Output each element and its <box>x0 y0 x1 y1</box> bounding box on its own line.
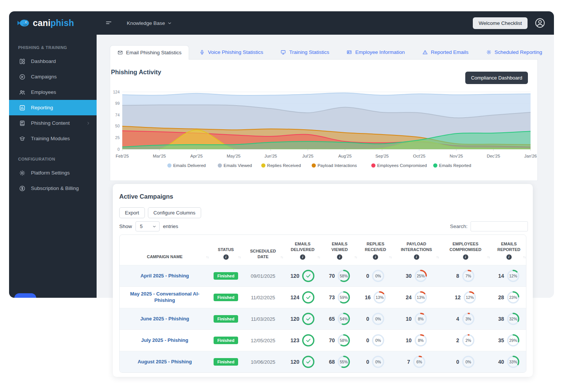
emails-reported-cell: 4033% <box>491 351 526 372</box>
svg-text:124: 124 <box>113 90 120 94</box>
svg-text:7%: 7% <box>465 274 471 278</box>
scheduled-date-cell: 10/06/2025 <box>242 351 284 372</box>
column-header-emails-delivered[interactable]: EMAILS DELIVEREDi↑↓ <box>284 235 321 265</box>
sidebar-item-dashboard[interactable]: Dashboard <box>9 54 97 69</box>
configure-columns-button[interactable]: Configure Columns <box>148 207 201 218</box>
tab-label: Email Phishing Statistics <box>126 50 182 55</box>
percent-ring: 0% <box>372 312 385 325</box>
delivered-check-ring <box>302 270 315 282</box>
svg-text:0%: 0% <box>375 317 381 321</box>
legend-item-payload-interactions[interactable]: Payload Interactions <box>312 163 357 168</box>
svg-text:Nov'25: Nov'25 <box>450 154 463 158</box>
collapse-menu-icon[interactable] <box>105 19 112 27</box>
column-header-employees-compromised[interactable]: EMPLOYEES COMPROMISEDi↑↓ <box>440 235 491 265</box>
tab-scheduled-reporting[interactable]: Scheduled Reporting <box>479 45 549 59</box>
sidebar-item-employees[interactable]: Employees <box>9 84 97 100</box>
status-badge: Finished <box>214 272 238 280</box>
info-icon[interactable]: i <box>373 254 378 260</box>
percent-ring: 13% <box>414 291 427 304</box>
knowledge-base-menu[interactable]: Knowledge Base <box>127 20 172 26</box>
chevron-down-icon <box>152 225 156 228</box>
info-icon[interactable]: i <box>506 254 512 260</box>
sidebar-item-platform-settings[interactable]: Platform Settings <box>9 165 97 181</box>
svg-text:Sep'25: Sep'25 <box>375 154 389 158</box>
tab-employee-information[interactable]: Employee Information <box>339 45 412 59</box>
payload-interactions-cell: 76% <box>393 351 440 372</box>
tab-voice-phishing-statistics[interactable]: Voice Phishing Statistics <box>192 45 270 59</box>
delivered-check-ring <box>302 312 315 325</box>
emails-reported-cell: 3832% <box>491 308 526 329</box>
envelope-icon <box>117 50 123 55</box>
svg-text:8%: 8% <box>418 338 423 343</box>
column-header-replies-received[interactable]: REPLIES RECEIVEDi↑↓ <box>358 235 393 265</box>
status-cell: Finished <box>210 287 242 308</box>
search-control: Search: <box>450 221 528 231</box>
info-icon[interactable]: i <box>414 254 419 260</box>
svg-text:55%: 55% <box>340 360 348 364</box>
tab-training-statistics[interactable]: Training Statistics <box>273 45 336 59</box>
campaign-link[interactable]: June 2025 - Phishing <box>138 316 191 322</box>
info-icon[interactable]: i <box>337 254 342 260</box>
info-icon[interactable]: i <box>223 254 229 260</box>
campaign-link[interactable]: April 2025 - Phishing <box>138 273 191 279</box>
sidebar-item-phishing-content[interactable]: Phishing Content <box>9 115 97 131</box>
table-body: April 2025 - PhishingFinished09/01/20251… <box>120 265 526 372</box>
svg-text:Oct'25: Oct'25 <box>413 154 425 158</box>
monitor-icon <box>280 49 286 55</box>
percent-ring: 0% <box>372 270 385 282</box>
chat-widget-button[interactable] <box>14 293 36 298</box>
sort-icon: ↑↓ <box>487 255 490 259</box>
tab-email-phishing-statistics[interactable]: Email Phishing Statistics <box>110 45 189 59</box>
tab-reported-emails[interactable]: Reported Emails <box>415 45 476 59</box>
user-circle-icon[interactable] <box>534 17 546 29</box>
tab-label: Scheduled Reporting <box>495 49 542 55</box>
legend-item-emails-delivered[interactable]: Emails Delivered <box>167 163 206 168</box>
sidebar-item-label: Training Modules <box>31 136 70 141</box>
svg-text:58%: 58% <box>340 338 348 343</box>
search-input[interactable] <box>471 221 528 231</box>
active-campaigns-card: Active Campaigns Export Configure Column… <box>113 184 533 377</box>
sort-icon: ↑↓ <box>354 255 357 259</box>
sidebar-item-training-modules[interactable]: Training Modules <box>9 131 97 146</box>
sidebar-item-campaigns[interactable]: Campaigns <box>9 69 97 84</box>
sidebar-section-label: PHISHING & TRAINING <box>9 35 97 54</box>
column-header-status[interactable]: STATUSi↑↓ <box>210 235 242 265</box>
compliance-dashboard-button[interactable]: Compliance Dashboard <box>465 72 528 84</box>
logo[interactable]: caniphish <box>9 17 97 29</box>
column-label: CAMPAIGN NAME <box>147 254 183 260</box>
info-icon[interactable]: i <box>300 254 305 260</box>
svg-text:May'25: May'25 <box>227 154 241 158</box>
legend-item-emails-viewed[interactable]: Emails Viewed <box>218 163 252 168</box>
column-header-payload-interactions[interactable]: PAYLOAD INTERACTIONSi↑↓ <box>393 235 440 265</box>
legend-item-replies-received[interactable]: Replies Received <box>261 163 301 168</box>
campaign-link[interactable]: May 2025 - Conversational AI-Phishing <box>120 291 210 304</box>
sidebar-item-subscription-billing[interactable]: Subscription & Billing <box>9 181 97 196</box>
column-header-scheduled-date[interactable]: SCHEDULED DATE↑↓ <box>242 235 284 265</box>
column-label: EMPLOYEES COMPROMISED <box>443 241 487 253</box>
sort-icon: ↑↓ <box>206 255 209 259</box>
column-header-campaign-name[interactable]: CAMPAIGN NAME↑↓ <box>120 235 210 265</box>
emails-delivered-cell: 120 <box>284 308 321 329</box>
info-icon[interactable]: i <box>463 254 468 260</box>
sidebar-item-reporting[interactable]: Reporting <box>9 100 97 115</box>
column-header-emails-reported[interactable]: EMAILS REPORTEDi↑↓ <box>491 235 526 265</box>
svg-text:99: 99 <box>115 101 120 106</box>
percent-ring: 33% <box>507 355 520 368</box>
legend-item-emails-reported[interactable]: Emails Reported <box>433 163 471 168</box>
campaign-link[interactable]: July 2025 - Phishing <box>139 337 191 344</box>
emails-viewed-cell: 7058% <box>321 330 358 351</box>
emails-viewed-cell: 6554% <box>321 308 358 329</box>
percent-ring: 13% <box>373 291 386 304</box>
column-header-emails-viewed[interactable]: EMAILS VIEWEDi↑↓ <box>321 235 358 265</box>
export-button[interactable]: Export <box>119 207 145 218</box>
campaign-link[interactable]: August 2025 - Phishing <box>135 359 194 365</box>
id-card-icon <box>346 49 352 55</box>
svg-text:58%: 58% <box>340 274 348 278</box>
legend-item-employees-compromised[interactable]: Employees Compromised <box>371 163 427 168</box>
welcome-checklist-button[interactable]: Welcome Checklist <box>473 17 528 29</box>
dashboard-icon <box>19 58 26 65</box>
percent-ring: 8% <box>414 334 427 347</box>
sort-icon: ↑↓ <box>317 255 320 259</box>
page-size-select[interactable]: 5 <box>135 221 160 231</box>
svg-text:Payload Interactions: Payload Interactions <box>317 163 357 168</box>
